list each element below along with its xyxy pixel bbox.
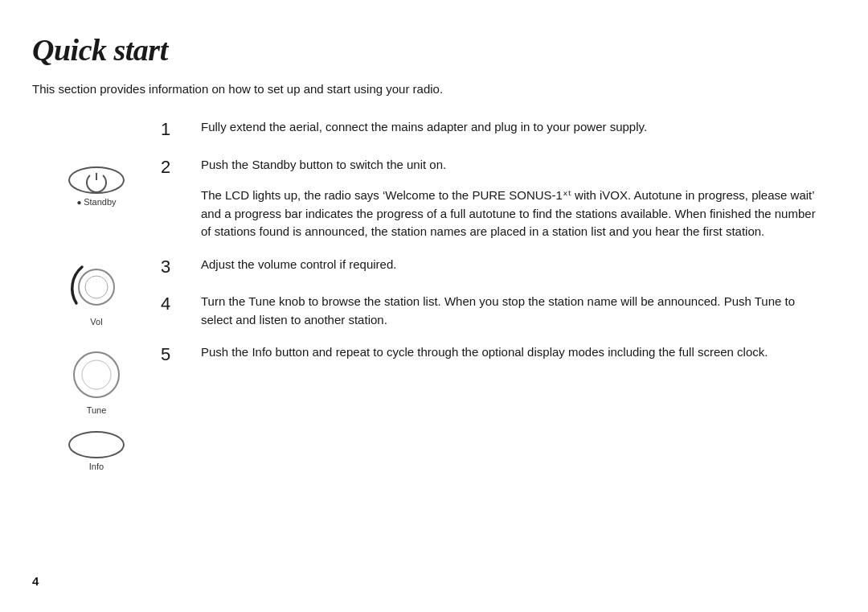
step-5: 5 Push the Info button and repeat to cyc… (161, 343, 820, 367)
page-number: 4 (32, 574, 39, 588)
vol-icon-label: Vol (90, 317, 102, 327)
step-5-number: 5 (161, 343, 190, 367)
icons-column: ● Standby Vol Tune (32, 118, 161, 471)
info-icon-label: Info (89, 462, 104, 471)
svg-point-3 (85, 276, 108, 298)
standby-icon-label: ● Standby (76, 197, 116, 207)
vol-icon (64, 251, 129, 315)
step-1: 1 Fully extend the aerial, connect the m… (161, 118, 820, 142)
svg-point-4 (74, 352, 119, 397)
step-5-text: Push the Info button and repeat to cycle… (201, 343, 820, 362)
step-2-text-b: The LCD lights up, the radio says ‘Welco… (201, 187, 820, 241)
vol-icon-slot: Vol (64, 251, 129, 327)
step-3-number: 3 (161, 256, 190, 279)
step-2-number: 2 (161, 156, 190, 179)
step-3-text: Adjust the volume control if required. (201, 256, 820, 274)
step-2-text-a: Push the Standby button to switch the un… (201, 156, 446, 175)
page-title: Quick start (32, 32, 820, 68)
svg-point-2 (79, 269, 114, 305)
step-4-number: 4 (161, 293, 190, 316)
step-4-text: Turn the Tune knob to browse the station… (201, 293, 820, 329)
tune-icon (68, 346, 125, 404)
step-1-number: 1 (161, 118, 190, 142)
tune-icon-label: Tune (87, 405, 107, 415)
step-2: 2 Push the Standby button to switch the … (161, 156, 820, 241)
intro-text: This section provides information on how… (32, 82, 820, 96)
step-3: 3 Adjust the volume control if required. (161, 256, 820, 279)
standby-icon-slot: ● Standby (64, 165, 129, 207)
tune-icon-slot: Tune (68, 346, 125, 415)
steps-column: 1 Fully extend the aerial, connect the m… (161, 118, 820, 471)
step-1-text: Fully extend the aerial, connect the mai… (201, 118, 820, 137)
svg-point-5 (82, 360, 111, 389)
svg-point-6 (69, 432, 124, 458)
standby-icon (64, 165, 129, 195)
info-icon (64, 429, 129, 460)
info-icon-slot: Info (64, 429, 129, 471)
step-4: 4 Turn the Tune knob to browse the stati… (161, 293, 820, 329)
